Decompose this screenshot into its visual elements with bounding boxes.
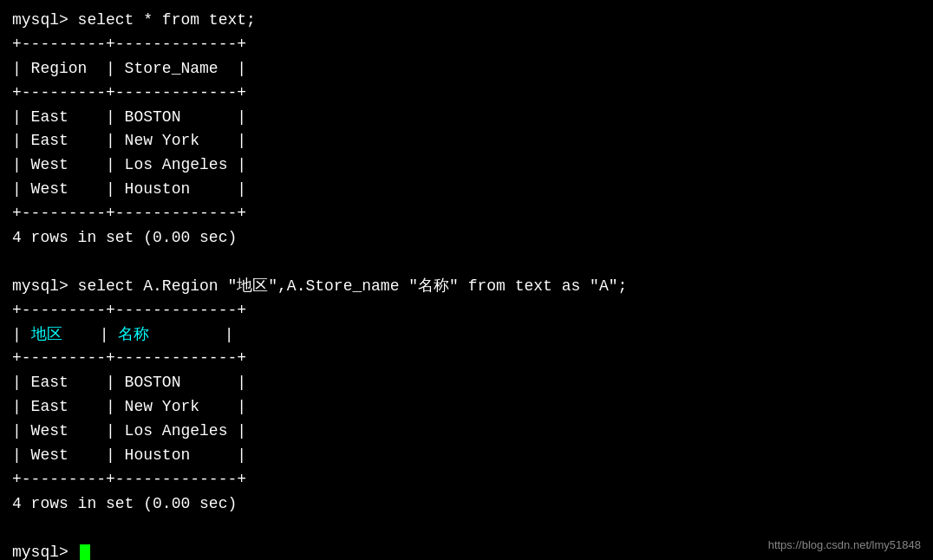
table2-row-3: | West | Los Angeles | [12, 420, 921, 444]
blank-2 [12, 517, 921, 541]
table2-row-2: | East | New York | [12, 395, 921, 420]
separator-1: +---------+-------------+ [12, 33, 921, 57]
table1-row-4: | West | Houston | [12, 178, 921, 202]
table1-row-1: | East | BOSTON | [12, 106, 921, 130]
command-line-1: mysql> select * from text; [12, 9, 921, 33]
blank-1 [12, 251, 921, 275]
cursor-block [80, 544, 90, 560]
info-2: 4 rows in set (0.00 sec) [12, 492, 921, 517]
table2-row-4: | West | Houston | [12, 444, 921, 468]
separator-2: +---------+-------------+ [12, 81, 921, 106]
table1-header: | Region | Store_Name | [12, 57, 921, 81]
command-line-2: mysql> select A.Region "地区",A.Store_name… [12, 275, 921, 299]
table1-row-3: | West | Los Angeles | [12, 153, 921, 178]
terminal: mysql> select * from text; +---------+--… [0, 0, 933, 560]
table2-header: | 地区 | 名称 | [12, 323, 921, 348]
separator-4: +---------+-------------+ [12, 299, 921, 323]
table2-row-1: | East | BOSTON | [12, 371, 921, 395]
chinese-diqu: 地区 [31, 326, 62, 343]
watermark: https://blog.csdn.net/lmy51848 [768, 538, 921, 551]
separator-6: +---------+-------------+ [12, 468, 921, 492]
chinese-mingcheng: 名称 [118, 326, 149, 343]
separator-5: +---------+-------------+ [12, 347, 921, 371]
info-1: 4 rows in set (0.00 sec) [12, 226, 921, 251]
table1-row-2: | East | New York | [12, 129, 921, 153]
separator-3: +---------+-------------+ [12, 202, 921, 226]
